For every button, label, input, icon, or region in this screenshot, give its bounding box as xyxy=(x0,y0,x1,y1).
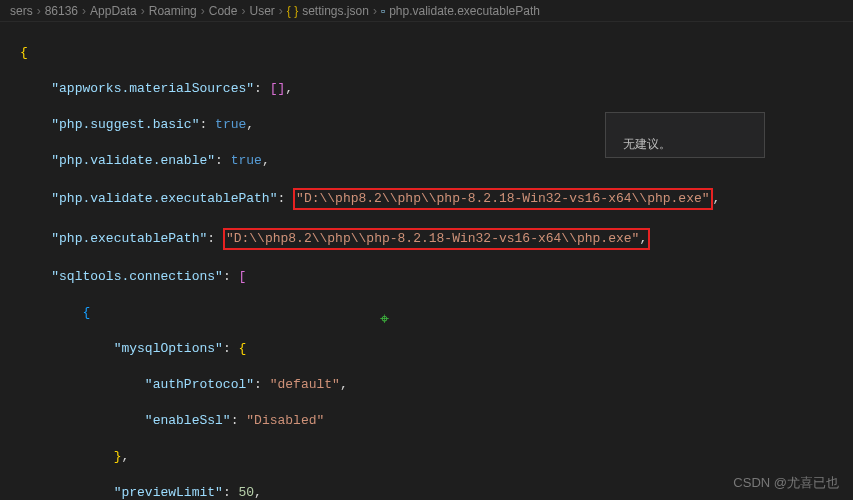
breadcrumb-sep: › xyxy=(82,4,86,18)
breadcrumb-part[interactable]: 86136 xyxy=(45,4,78,18)
code-editor[interactable]: { "appworks.materialSources": [], "php.s… xyxy=(0,22,853,500)
suggestion-text: 无建议。 xyxy=(623,137,671,151)
breadcrumb-part[interactable]: User xyxy=(249,4,274,18)
breadcrumb-sep: › xyxy=(37,4,41,18)
highlight-box: "D:\\php8.2\\php\\php-8.2.18-Win32-vs16-… xyxy=(293,188,712,210)
breadcrumb-file[interactable]: settings.json xyxy=(302,4,369,18)
breadcrumb-sep: › xyxy=(201,4,205,18)
breadcrumb-part[interactable]: Code xyxy=(209,4,238,18)
breadcrumb-sep: › xyxy=(373,4,377,18)
breadcrumb-symbol[interactable]: php.validate.executablePath xyxy=(389,4,540,18)
breadcrumb-part[interactable]: AppData xyxy=(90,4,137,18)
highlight-box: "D:\\php8.2\\php\\php-8.2.18-Win32-vs16-… xyxy=(223,228,650,250)
suggestion-popup: 无建议。 xyxy=(605,112,765,158)
breadcrumb-part[interactable]: sers xyxy=(10,4,33,18)
breadcrumb-sep: › xyxy=(141,4,145,18)
breadcrumb-part[interactable]: Roaming xyxy=(149,4,197,18)
symbol-icon: ▫ xyxy=(381,4,385,18)
breadcrumb-sep: › xyxy=(241,4,245,18)
breadcrumb[interactable]: sers› 86136› AppData› Roaming› Code› Use… xyxy=(0,0,853,22)
watermark: CSDN @尤喜已也 xyxy=(733,474,839,492)
file-icon: { } xyxy=(287,4,298,18)
breadcrumb-sep: › xyxy=(279,4,283,18)
